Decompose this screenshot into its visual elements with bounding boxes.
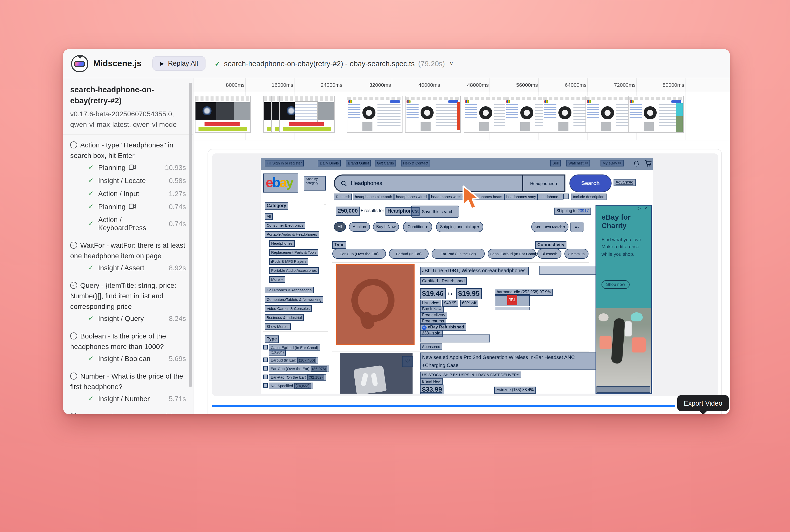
ebay-sell-link: Sell — [551, 160, 561, 167]
condition-dropdown: Condition ▾ — [403, 222, 432, 232]
product2-watch-heart: ♡ — [402, 356, 413, 367]
category-item: Portable Audio & Headphones — [265, 231, 319, 238]
chevron-down-icon: ▾ — [426, 225, 428, 229]
view-list-button: ≡▾ — [571, 222, 583, 232]
step-row[interactable]: ✓Action / KeyboardPress0.74s — [70, 213, 187, 234]
timeline-thumbnail[interactable] — [279, 96, 335, 133]
step-group: ···String - What is the name of the firs… — [70, 411, 187, 414]
type-chip: Canal Earbud (In Ear Canal) — [488, 249, 536, 259]
zip-link: 23917 — [578, 209, 589, 213]
step-group-title[interactable]: ···Action - type "Headphones" in search … — [70, 140, 187, 161]
desktop-background: Midscene.js ▶ Replay All ✓ search-headph… — [0, 0, 790, 532]
shipping-pickup-dropdown: Shipping and pickup ▾ — [436, 222, 483, 232]
type-checkbox — [263, 345, 268, 349]
category-more-link: More + — [269, 276, 285, 283]
timeline-thumbnail[interactable] — [405, 96, 461, 133]
ebay-brand-outlet-link: Brand Outlet — [346, 160, 371, 167]
ebay-screenshot[interactable]: Hi! Sign in or register Daily Deals Bran… — [261, 158, 653, 394]
timeline-thumbnail[interactable] — [628, 96, 684, 133]
type-chip: Earbud (In Ear) — [389, 249, 429, 259]
step-group-title[interactable]: ···Query - {itemTitle: string, price: Nu… — [70, 280, 187, 312]
step-group-title[interactable]: ···Boolean - Is the price of the headpho… — [70, 331, 187, 352]
list-icon: ≡ — [575, 224, 578, 229]
results-count: 250,000 — [336, 207, 360, 215]
timeline-tick: 64000ms — [553, 82, 586, 88]
timeline: 8000ms 16000ms 24000ms 32000ms 40000ms 4… — [193, 78, 730, 140]
category-show-more-link: Show More + — [265, 323, 291, 330]
chevron-down-icon: ▾ — [563, 225, 565, 229]
replay-content: Hi! Sign in or register Daily Deals Bran… — [193, 140, 730, 414]
timeline-tick: 72000ms — [601, 82, 636, 88]
ebay-signin-link: Hi! Sign in or register — [265, 160, 304, 167]
chat-bubble-icon: ··· — [70, 413, 77, 414]
step-group: ···Boolean - Is the price of the headpho… — [70, 331, 187, 365]
replay-all-button[interactable]: ▶ Replay All — [153, 56, 206, 71]
chat-bubble-icon: ··· — [70, 332, 77, 340]
step-row[interactable]: ✓Insight / Number5.71s — [70, 392, 187, 405]
search-query-text: Headphones — [351, 180, 382, 187]
step-row[interactable]: ✓Insight / Locate0.58s — [70, 174, 187, 187]
step-group: ···Number - What is the price of the fir… — [70, 371, 187, 405]
jbl-logo: JBL — [507, 295, 517, 305]
chevron-down-icon: ▾ — [577, 226, 579, 229]
category-item: iPods & MP3 Players — [269, 258, 309, 265]
category-item: All — [265, 213, 273, 220]
search-icon — [341, 180, 347, 187]
replay-panel: Hi! Sign in or register Daily Deals Bran… — [208, 149, 722, 414]
advanced-link: Advanced — [614, 179, 635, 186]
step-row[interactable]: ✓Action / Input1.27s — [70, 187, 187, 200]
topbar-divider — [642, 160, 642, 167]
check-icon: ✓ — [88, 220, 94, 227]
category-item: Portable Audio Accessories — [269, 267, 319, 274]
sidebar-divider — [263, 331, 328, 332]
step-group-title[interactable]: ···String - What is the name of the firs… — [70, 411, 187, 414]
timeline-thumbnail[interactable] — [347, 96, 403, 133]
chevron-down-icon: ▾ — [555, 181, 558, 186]
shop-by-category-dropdown: Shop by category — [304, 176, 326, 191]
category-item: Video Games & Consoles — [265, 305, 312, 312]
step-row[interactable]: ✓Planning0.74s — [70, 200, 187, 213]
step-group: ···Action - type "Headphones" in search … — [70, 140, 187, 234]
connectivity-label: Connectivity — [535, 241, 566, 249]
check-icon: ✓ — [88, 203, 94, 210]
product2-title: New sealed Apple Pro 2nd Generation Wire… — [420, 353, 598, 369]
steps-list: ···Action - type "Headphones" in search … — [63, 135, 193, 414]
spec-selector[interactable]: ✓ search-headphone-on-ebay(retry-#2) - e… — [214, 59, 454, 68]
step-group-title[interactable]: ···Number - What is the price of the fir… — [70, 371, 187, 392]
filter-pill-auction: Auction — [349, 222, 370, 232]
type-filter-header: Type — [265, 336, 279, 343]
step-group: ···WaitFor - waitFor: there is at least … — [70, 240, 187, 274]
mouse-cursor-icon — [461, 185, 481, 211]
product1-discount: 60% off — [460, 300, 479, 307]
spec-title: search-headphone-on-ebay(retry-#2) - eba… — [224, 59, 415, 68]
save-search-button: ♡ Save this search — [411, 206, 459, 217]
timeline-ruler: 8000ms 16000ms 24000ms 32000ms 40000ms 4… — [193, 78, 730, 92]
sidebar-scrollbar[interactable] — [189, 83, 192, 387]
timeline-thumbnail[interactable] — [195, 96, 251, 133]
brand-name: Midscene.js — [93, 58, 141, 69]
step-row[interactable]: ✓Insight / Boolean5.69s — [70, 352, 187, 365]
step-group-title[interactable]: ···WaitFor - waitFor: there is at least … — [70, 240, 187, 261]
charity-ad-border — [596, 205, 652, 394]
type-filter-count: (10,934) — [269, 349, 286, 356]
category-item: Replacement Parts & Tools — [269, 249, 319, 256]
step-row[interactable]: ✓Insight / Query8.24s — [70, 312, 187, 325]
chat-bubble-icon: ··· — [70, 242, 77, 249]
replay-progress-bar[interactable] — [212, 405, 675, 407]
timeline-tick: 56000ms — [504, 82, 538, 88]
product2-shipping: US STOCK, SHIP BY USPS IN 1 DAY & FAST D… — [420, 372, 521, 378]
check-icon: ✓ — [88, 190, 94, 197]
related-chip: headphone... — [537, 193, 563, 200]
play-icon: ▶ — [160, 61, 164, 66]
timeline-tick: 24000ms — [308, 82, 342, 88]
product2-seller: zwinzoe (155) 88.4% — [494, 386, 536, 394]
product1-price-to-word: to — [448, 291, 452, 296]
results-divider — [332, 351, 589, 352]
step-row[interactable]: ✓Planning10.93s — [70, 161, 187, 174]
timeline-tick: 16000ms — [259, 82, 293, 88]
product2-condition: Brand New — [420, 378, 443, 385]
step-row[interactable]: ✓Insight / Assert8.92s — [70, 261, 187, 274]
ebay-search-input: Headphones — [334, 174, 523, 192]
related-label: Related: — [334, 193, 352, 200]
product1-sponsored: Sponsored — [420, 343, 442, 350]
